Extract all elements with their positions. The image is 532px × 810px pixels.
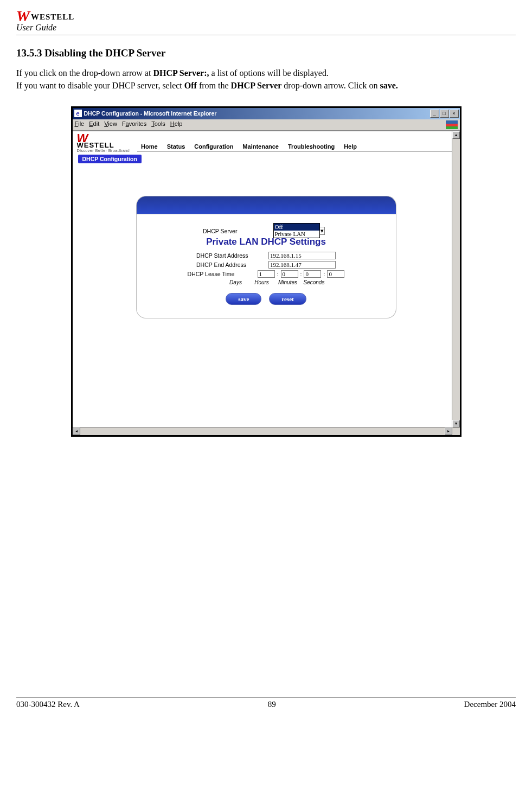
guide-label: User Guide [16,23,516,33]
logo-swoosh-icon: W [16,11,30,22]
scrollbar-vertical[interactable]: ▴ ▾ [452,131,460,428]
save-button[interactable]: save [226,293,261,305]
scroll-down-icon[interactable]: ▾ [452,420,460,428]
start-addr-input[interactable]: 192.168.1.15 [268,252,336,259]
menu-help[interactable]: Help [170,120,183,129]
lease-hours-input[interactable]: 0 [281,270,298,278]
window-title: DHCP Configuration - Microsoft Internet … [84,110,217,117]
main-nav: Home Status Configuration Maintenance Tr… [137,143,455,151]
end-addr-input[interactable]: 192.168.1.47 [268,261,336,269]
footer-right: December 2004 [464,700,516,709]
close-button[interactable]: × [450,110,459,118]
paragraph-2: If you want to disable your DHCP server,… [16,80,516,91]
nav-maintenance[interactable]: Maintenance [239,143,283,150]
nav-help[interactable]: Help [340,143,361,150]
panel-title: Private LAN DHCP Settings [152,237,381,247]
screenshot-window: e DHCP Configuration - Microsoft Interne… [71,106,462,437]
ie-icon: e [74,110,82,117]
nav-home[interactable]: Home [137,143,162,150]
page-header: W WESTELL User Guide [16,11,516,35]
page-footer: 030-300432 Rev. A 89 December 2004 [16,697,516,709]
start-addr-label: DHCP Start Address [196,252,264,259]
option-private-lan[interactable]: Private LAN [274,231,319,238]
dhcp-server-dropdown[interactable]: Off Private LAN [273,223,320,238]
nav-status[interactable]: Status [163,143,189,150]
scroll-right-icon[interactable]: ▸ [445,428,452,435]
section-heading: 13.5.3 Disabling the DHCP Server [16,47,516,59]
scrollbar-horizontal[interactable]: ◂ ▸ [73,427,452,435]
panel-header-bar [136,196,396,214]
menubar: File Edit View Favorites Tools Help [73,119,460,131]
subtab-dhcp-configuration[interactable]: DHCP Configuration [78,155,142,163]
scroll-left-icon[interactable]: ◂ [73,428,80,435]
menu-file[interactable]: File [75,120,85,129]
menu-view[interactable]: View [104,120,117,129]
lease-minutes-input[interactable]: 0 [304,270,321,278]
menu-favorites[interactable]: Favorites [122,120,146,129]
chevron-down-icon: ▾ [321,227,324,234]
ie-throbber-icon [446,120,458,129]
lease-days-input[interactable]: 1 [258,270,275,278]
dhcp-server-label: DHCP Server [203,228,271,234]
option-off[interactable]: Off [274,224,319,231]
section-title: Disabling the DHCP Server [44,47,165,59]
lease-unit-labels: Days Hours Minutes Seconds [226,279,381,285]
westell-app-logo: W WESTELL Discover Better Broadband [77,135,130,153]
westell-logo: W WESTELL [16,11,516,22]
end-addr-label: DHCP End Address [196,262,264,268]
browser-viewport: W WESTELL Discover Better Broadband Home… [73,131,460,435]
nav-configuration[interactable]: Configuration [190,143,237,150]
maximize-button[interactable]: □ [440,110,449,118]
scroll-corner [452,428,460,435]
logo-text: WESTELL [31,12,74,22]
menu-tools[interactable]: Tools [151,120,165,129]
nav-troubleshooting[interactable]: Troubleshooting [284,143,338,150]
paragraph-1: If you click on the drop-down arrow at D… [16,68,516,79]
minimize-button[interactable]: _ [430,110,439,118]
reset-button[interactable]: reset [269,293,306,305]
app-header: W WESTELL Discover Better Broadband Home… [73,131,460,153]
lease-time-label: DHCP Lease Time [188,271,255,277]
section-number: 13.5.3 [16,47,42,59]
scroll-up-icon[interactable]: ▴ [452,131,460,139]
settings-panel: DHCP Server Private LAN ▾ Off Private LA… [136,196,396,318]
footer-left: 030-300432 Rev. A [16,700,80,709]
lease-seconds-input[interactable]: 0 [327,270,344,278]
footer-page-number: 89 [80,700,464,709]
titlebar: e DHCP Configuration - Microsoft Interne… [73,108,460,119]
menu-edit[interactable]: Edit [89,120,99,129]
